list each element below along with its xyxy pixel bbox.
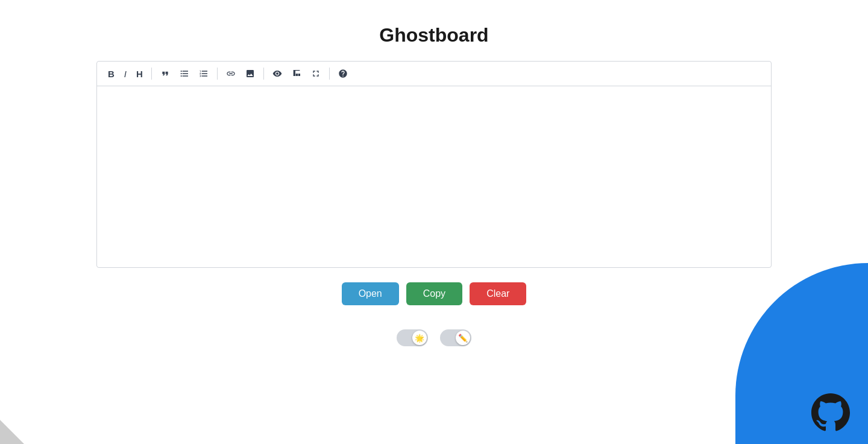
heading-button[interactable]: H [133,67,146,81]
sun-toggle-knob: 🌟 [412,331,427,345]
toolbar-divider-2 [217,68,218,80]
help-button[interactable] [335,66,351,81]
side-by-side-button[interactable] [288,66,305,81]
copy-button[interactable]: Copy [406,282,462,305]
gray-triangle-decoration [0,420,24,444]
clear-button[interactable]: Clear [470,282,526,305]
editor-toolbar: B I H [97,62,771,86]
sun-toggle[interactable]: 🌟 [397,329,428,346]
sun-toggle-wrapper: 🌟 [397,329,428,346]
unordered-list-button[interactable] [176,66,193,81]
toolbar-divider-1 [151,68,152,80]
open-button[interactable]: Open [342,282,399,305]
italic-button[interactable]: I [121,67,130,81]
ordered-list-button[interactable] [195,66,212,81]
link-button[interactable] [222,66,239,81]
editor-content-area[interactable] [97,86,771,267]
pencil-toggle-knob: ✏️ [456,331,470,345]
blockquote-button[interactable] [157,66,174,81]
preview-button[interactable] [269,66,286,81]
toggles-area: 🌟 ✏️ [397,329,471,346]
page-title: Ghostboard [379,24,488,46]
image-button[interactable] [242,66,259,81]
editor-container: B I H [96,61,772,268]
pencil-toggle[interactable]: ✏️ [440,329,471,346]
pencil-toggle-wrapper: ✏️ [440,329,471,346]
bold-button[interactable]: B [104,67,118,81]
action-buttons-group: Open Copy Clear [342,282,527,305]
fullscreen-button[interactable] [307,66,324,81]
pencil-emoji: ✏️ [458,334,468,343]
toolbar-divider-3 [263,68,264,80]
sun-emoji: 🌟 [415,334,424,343]
github-icon[interactable] [811,393,850,432]
toolbar-divider-4 [329,68,330,80]
